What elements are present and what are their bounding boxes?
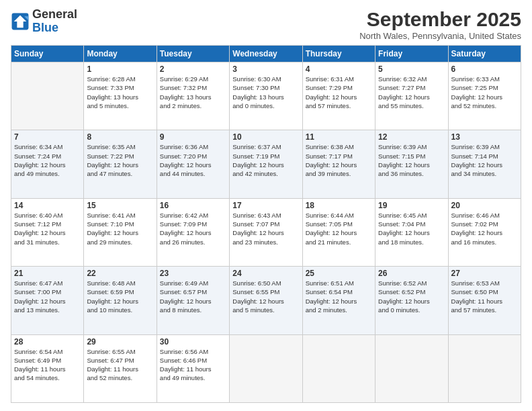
calendar-cell: 17Sunrise: 6:43 AMSunset: 7:07 PMDayligh… — [230, 198, 302, 266]
weekday-header-sunday: Sunday — [11, 46, 84, 62]
day-number: 9 — [160, 132, 226, 142]
day-number: 27 — [451, 269, 518, 278]
day-number: 19 — [378, 201, 445, 210]
day-info: Sunrise: 6:45 AMSunset: 7:04 PMDaylight:… — [378, 211, 445, 246]
month-title: September 2025 — [359, 8, 521, 31]
day-number: 14 — [14, 201, 81, 210]
calendar-cell — [375, 334, 448, 402]
day-info: Sunrise: 6:49 AMSunset: 6:57 PMDaylight:… — [160, 279, 226, 314]
calendar-cell: 24Sunrise: 6:50 AMSunset: 6:55 PMDayligh… — [230, 267, 302, 334]
calendar-cell: 18Sunrise: 6:44 AMSunset: 7:05 PMDayligh… — [302, 198, 375, 266]
weekday-header-friday: Friday — [375, 46, 448, 62]
calendar-week-row: 1Sunrise: 6:28 AMSunset: 7:33 PMDaylight… — [11, 62, 521, 130]
calendar-cell: 28Sunrise: 6:54 AMSunset: 6:49 PMDayligh… — [11, 334, 84, 402]
day-info: Sunrise: 6:29 AMSunset: 7:32 PMDaylight:… — [160, 75, 226, 110]
title-area: September 2025 North Wales, Pennsylvania… — [359, 8, 521, 41]
day-number: 10 — [232, 132, 299, 142]
day-info: Sunrise: 6:46 AMSunset: 7:02 PMDaylight:… — [451, 211, 518, 246]
day-info: Sunrise: 6:44 AMSunset: 7:05 PMDaylight:… — [306, 211, 372, 246]
day-number: 4 — [306, 64, 372, 74]
day-info: Sunrise: 6:32 AMSunset: 7:27 PMDaylight:… — [378, 75, 445, 110]
day-info: Sunrise: 6:30 AMSunset: 7:30 PMDaylight:… — [232, 75, 299, 110]
calendar-cell: 25Sunrise: 6:51 AMSunset: 6:54 PMDayligh… — [302, 267, 375, 334]
calendar-header-row: SundayMondayTuesdayWednesdayThursdayFrid… — [11, 46, 521, 62]
calendar-cell: 15Sunrise: 6:41 AMSunset: 7:10 PMDayligh… — [84, 198, 157, 266]
day-number: 12 — [378, 132, 445, 142]
day-info: Sunrise: 6:36 AMSunset: 7:20 PMDaylight:… — [160, 142, 226, 178]
weekday-header-wednesday: Wednesday — [230, 46, 302, 62]
day-number: 29 — [87, 337, 153, 347]
calendar-cell: 10Sunrise: 6:37 AMSunset: 7:19 PMDayligh… — [230, 130, 302, 198]
day-number: 1 — [87, 64, 153, 74]
calendar-cell: 14Sunrise: 6:40 AMSunset: 7:12 PMDayligh… — [11, 198, 84, 266]
day-number: 30 — [160, 337, 226, 347]
subtitle: North Wales, Pennsylvania, United States — [359, 31, 521, 41]
weekday-header-saturday: Saturday — [448, 46, 521, 62]
day-number: 22 — [87, 269, 153, 278]
calendar-cell — [448, 334, 521, 402]
calendar-cell: 12Sunrise: 6:39 AMSunset: 7:15 PMDayligh… — [375, 130, 448, 198]
calendar-cell — [230, 334, 302, 402]
day-info: Sunrise: 6:53 AMSunset: 6:50 PMDaylight:… — [451, 279, 518, 314]
calendar-cell: 13Sunrise: 6:39 AMSunset: 7:14 PMDayligh… — [448, 130, 521, 198]
calendar-cell: 3Sunrise: 6:30 AMSunset: 7:30 PMDaylight… — [230, 62, 302, 130]
day-info: Sunrise: 6:56 AMSunset: 6:46 PMDaylight:… — [160, 347, 226, 383]
calendar-week-row: 14Sunrise: 6:40 AMSunset: 7:12 PMDayligh… — [11, 198, 521, 266]
day-info: Sunrise: 6:43 AMSunset: 7:07 PMDaylight:… — [232, 211, 299, 246]
day-info: Sunrise: 6:40 AMSunset: 7:12 PMDaylight:… — [14, 211, 81, 246]
calendar-cell: 6Sunrise: 6:33 AMSunset: 7:25 PMDaylight… — [448, 62, 521, 130]
calendar-cell: 11Sunrise: 6:38 AMSunset: 7:17 PMDayligh… — [302, 130, 375, 198]
calendar-cell: 19Sunrise: 6:45 AMSunset: 7:04 PMDayligh… — [375, 198, 448, 266]
day-number: 6 — [451, 64, 518, 74]
calendar-cell: 1Sunrise: 6:28 AMSunset: 7:33 PMDaylight… — [84, 62, 157, 130]
calendar-cell: 4Sunrise: 6:31 AMSunset: 7:29 PMDaylight… — [302, 62, 375, 130]
day-number: 28 — [14, 337, 81, 347]
calendar-cell: 20Sunrise: 6:46 AMSunset: 7:02 PMDayligh… — [448, 198, 521, 266]
day-info: Sunrise: 6:38 AMSunset: 7:17 PMDaylight:… — [306, 142, 372, 178]
day-number: 15 — [87, 201, 153, 210]
day-info: Sunrise: 6:51 AMSunset: 6:54 PMDaylight:… — [306, 279, 372, 314]
calendar-cell: 23Sunrise: 6:49 AMSunset: 6:57 PMDayligh… — [157, 267, 229, 334]
calendar-cell: 9Sunrise: 6:36 AMSunset: 7:20 PMDaylight… — [157, 130, 229, 198]
calendar-cell — [302, 334, 375, 402]
calendar-table: SundayMondayTuesdayWednesdayThursdayFrid… — [11, 45, 521, 403]
logo-line1: General — [32, 8, 77, 21]
day-info: Sunrise: 6:54 AMSunset: 6:49 PMDaylight:… — [14, 347, 81, 383]
calendar-cell: 5Sunrise: 6:32 AMSunset: 7:27 PMDaylight… — [375, 62, 448, 130]
day-number: 7 — [14, 132, 81, 142]
calendar-cell: 30Sunrise: 6:56 AMSunset: 6:46 PMDayligh… — [157, 334, 229, 402]
day-number: 24 — [232, 269, 299, 278]
day-number: 23 — [160, 269, 226, 278]
calendar-week-row: 21Sunrise: 6:47 AMSunset: 7:00 PMDayligh… — [11, 267, 521, 334]
calendar-cell: 29Sunrise: 6:55 AMSunset: 6:47 PMDayligh… — [84, 334, 157, 402]
page: General Blue September 2025 North Wales,… — [0, 0, 532, 411]
weekday-header-monday: Monday — [84, 46, 157, 62]
calendar-cell: 27Sunrise: 6:53 AMSunset: 6:50 PMDayligh… — [448, 267, 521, 334]
day-number: 2 — [160, 64, 226, 74]
day-number: 16 — [160, 201, 226, 210]
day-info: Sunrise: 6:47 AMSunset: 7:00 PMDaylight:… — [14, 279, 81, 314]
header: General Blue September 2025 North Wales,… — [11, 8, 521, 41]
day-info: Sunrise: 6:50 AMSunset: 6:55 PMDaylight:… — [232, 279, 299, 314]
logo-icon — [11, 12, 30, 31]
day-info: Sunrise: 6:33 AMSunset: 7:25 PMDaylight:… — [451, 75, 518, 110]
calendar-week-row: 28Sunrise: 6:54 AMSunset: 6:49 PMDayligh… — [11, 334, 521, 402]
calendar-cell: 16Sunrise: 6:42 AMSunset: 7:09 PMDayligh… — [157, 198, 229, 266]
day-info: Sunrise: 6:34 AMSunset: 7:24 PMDaylight:… — [14, 142, 81, 178]
day-info: Sunrise: 6:41 AMSunset: 7:10 PMDaylight:… — [87, 211, 153, 246]
calendar-cell: 22Sunrise: 6:48 AMSunset: 6:59 PMDayligh… — [84, 267, 157, 334]
day-number: 17 — [232, 201, 299, 210]
day-info: Sunrise: 6:37 AMSunset: 7:19 PMDaylight:… — [232, 142, 299, 178]
day-number: 8 — [87, 132, 153, 142]
day-number: 20 — [451, 201, 518, 210]
day-info: Sunrise: 6:39 AMSunset: 7:15 PMDaylight:… — [378, 142, 445, 178]
weekday-header-tuesday: Tuesday — [157, 46, 229, 62]
day-info: Sunrise: 6:28 AMSunset: 7:33 PMDaylight:… — [87, 75, 153, 110]
day-info: Sunrise: 6:39 AMSunset: 7:14 PMDaylight:… — [451, 142, 518, 178]
calendar-cell — [11, 62, 84, 130]
day-info: Sunrise: 6:31 AMSunset: 7:29 PMDaylight:… — [306, 75, 372, 110]
day-number: 5 — [378, 64, 445, 74]
day-info: Sunrise: 6:52 AMSunset: 6:52 PMDaylight:… — [378, 279, 445, 314]
day-info: Sunrise: 6:48 AMSunset: 6:59 PMDaylight:… — [87, 279, 153, 314]
day-info: Sunrise: 6:42 AMSunset: 7:09 PMDaylight:… — [160, 211, 226, 246]
